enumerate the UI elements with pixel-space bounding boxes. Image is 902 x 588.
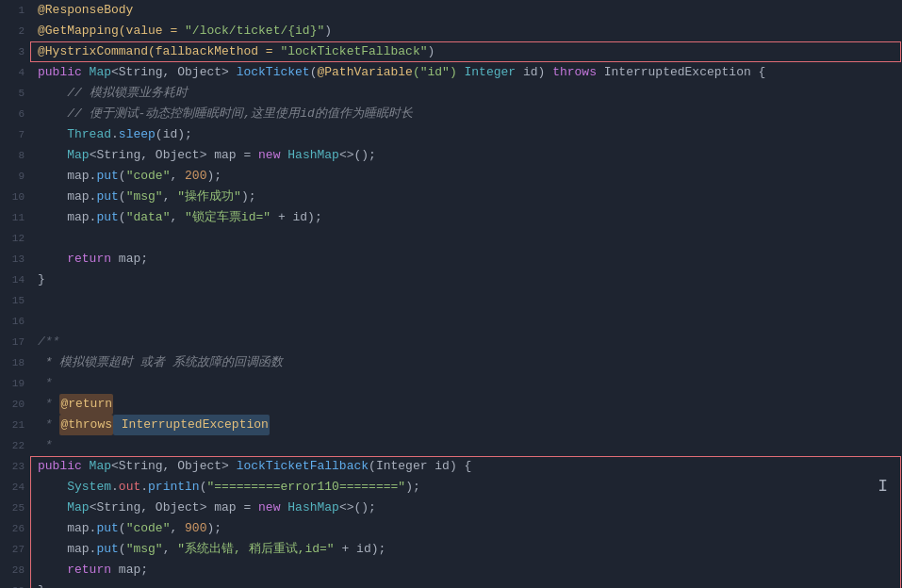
token: map. [38,539,96,560]
token [38,124,67,145]
token: put [96,187,118,207]
token: <String, Object> map = [90,498,258,518]
token: ) [427,41,435,62]
token: sleep [119,124,156,145]
code-line: return map; [38,249,902,270]
line-number: 9 [18,166,25,187]
token: map. [38,518,96,539]
token: , [170,518,185,539]
line-number: 23 [12,456,25,477]
token: } [38,580,45,588]
token: ("id") [413,62,465,83]
code-line: * [38,373,902,394]
token: <String, Object> [111,456,237,477]
token: , [170,207,185,228]
token: InterruptedException { [597,62,765,83]
token: @GetMapping(value = [38,21,185,41]
token: Map [67,498,89,518]
line-number: 6 [18,104,25,124]
token: Map [67,145,89,166]
token: . [111,124,119,145]
token: * [38,435,53,456]
token: Thread [67,124,111,145]
token: 200 [185,166,206,187]
token: put [96,166,118,187]
token: , [163,187,178,207]
code-line [38,311,902,332]
line-number: 20 [12,394,25,415]
token: <>(); [339,145,376,166]
token: ); [241,187,256,207]
token: map. [38,187,96,207]
token: "code" [126,166,171,187]
line-number: 22 [12,435,25,456]
token: public [38,62,90,83]
token: . [140,477,148,498]
token: } [38,270,45,290]
token: ); [206,518,221,539]
line-number: 7 [18,124,25,145]
code-line: @HystrixCommand(fallbackMethod = "lockTi… [38,41,902,62]
code-line: @ResponseBody [38,0,902,21]
line-number: 18 [12,352,25,373]
line-number: 19 [12,373,25,394]
line-number: 1 [18,0,25,21]
token: + id); [335,539,386,560]
code-line [38,228,902,249]
token: @PathVariable [317,62,412,83]
line-number: 14 [12,270,25,290]
token: ( [119,187,126,207]
token: , [163,539,178,560]
token: @ResponseBody [38,0,133,21]
code-line: * 模拟锁票超时 或者 系统故障的回调函数 [38,352,902,373]
token: Map [90,62,111,83]
line-number: 27 [12,539,25,560]
token: @throws [59,415,113,435]
code-line: public Map<String, Object> lockTicket(@P… [38,62,902,83]
token: "msg" [126,539,163,560]
token: map; [111,560,148,580]
line-number: 29 [12,580,25,588]
token: "=========error110========" [206,477,405,498]
token: "code" [126,518,171,539]
token [280,498,287,518]
token [38,498,67,518]
token: InterruptedException [113,415,270,435]
token: Map [90,456,111,477]
token: return [67,249,111,270]
token: id) [516,62,552,83]
token: ( [310,62,318,83]
token [38,145,67,166]
code-editor: ◄ ◄ 123456789101112131415161718192021222… [0,0,902,588]
token: ( [119,539,126,560]
line-number: 5 [18,83,25,104]
code-line: map.put("code", 200); [38,166,902,187]
token: new [258,498,280,518]
token: "系统出错, 稍后重试,id=" [177,539,334,560]
code-line: } [38,580,902,588]
token [38,560,67,580]
token: ( [119,166,126,187]
token: map. [38,207,96,228]
token: put [96,518,118,539]
token: map. [38,166,96,187]
token: ( [119,518,126,539]
line-number: 8 [18,145,25,166]
token: + id); [271,207,322,228]
text-cursor: I [877,477,888,496]
token: "操作成功" [177,187,241,207]
line-number: 16 [12,311,25,332]
line-number: 11 [12,207,25,228]
code-line: @GetMapping(value = "/lock/ticket/{id}") [38,21,902,41]
code-line: map.put("data", "锁定车票id=" + id); [38,207,902,228]
code-line: * [38,435,902,456]
token [38,477,67,498]
line-number: 10 [12,187,25,207]
line-number: 26 [12,518,25,539]
token: lockTicketFallback [237,456,369,477]
token: System [67,477,111,498]
token: public [38,456,90,477]
line-number: 13 [12,249,25,270]
code-line: System.out.println("=========error110===… [38,477,902,498]
token: <String, Object> [111,62,237,83]
